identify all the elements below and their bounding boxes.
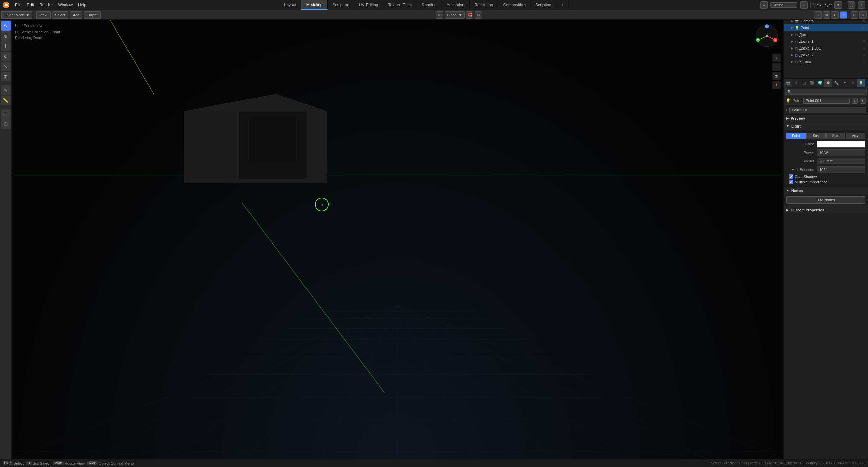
walk-nav-btn[interactable]: 🚶 [772, 81, 781, 89]
info-btn[interactable]: i [858, 1, 865, 9]
tab-add[interactable]: + [556, 0, 569, 10]
cast-shadow-checkbox[interactable] [789, 174, 793, 179]
transform-space-dropdown[interactable]: Global ▼ [445, 11, 465, 19]
outliner-item-doska2[interactable]: ▶ ◻ Доска_2 ▽ [784, 52, 868, 58]
tab-texture-paint[interactable]: Texture Paint [383, 0, 417, 10]
object-menu-btn[interactable]: Object [84, 11, 101, 19]
doska1-001-visibility[interactable]: ▽ [863, 46, 865, 50]
fullscreen-btn[interactable]: ⛶ [848, 1, 855, 9]
overlay-btn[interactable]: ⊞ [851, 11, 858, 19]
multiple-importance-checkbox[interactable] [789, 180, 793, 184]
tool-extrude[interactable]: ⬡ [1, 119, 11, 129]
light-type-point[interactable]: Point [786, 133, 806, 139]
options-btn[interactable]: ⚙ [760, 1, 768, 9]
tab-sculpting[interactable]: Sculpting [328, 0, 354, 10]
props-tab-world[interactable]: 🌍 [816, 79, 824, 87]
krysha-visibility[interactable]: ▽ [863, 60, 865, 64]
tool-measure[interactable]: 📏 [1, 96, 11, 105]
object-name-field[interactable]: Point.001 [789, 107, 866, 113]
outliner-item-dom[interactable]: ▶ ◻ Дом [784, 31, 868, 38]
custom-properties-header[interactable]: ▶ Custom Properties [784, 206, 868, 214]
properties-panel: 📷 🖨 ◫ 🎬 🌍 ⚙ 🔧 ✦ ⚛ 💡 💡 Point Point.001 [784, 79, 868, 467]
props-tab-view[interactable]: ◫ [800, 79, 808, 87]
outliner-item-krysha[interactable]: ▶ ◻ Крыша ▽ [784, 58, 868, 65]
object-mode-dropdown[interactable]: Object Mode ▼ [1, 11, 32, 19]
props-tab-render[interactable]: 📷 [784, 79, 792, 87]
nodes-section-header[interactable]: ▼ Nodes [784, 187, 868, 194]
max-bounces-field[interactable]: 1024 [817, 166, 865, 173]
tab-rendering[interactable]: Rendering [470, 0, 498, 10]
menu-edit[interactable]: Edit [24, 0, 37, 10]
outliner-item-doska1[interactable]: ▶ ◻ Доска_1 ▽ [784, 38, 868, 45]
props-tab-scene[interactable]: 🎬 [808, 79, 816, 87]
gizmo-btn[interactable]: ⊕ [859, 11, 867, 19]
scene-name-field[interactable] [770, 2, 797, 8]
viewport-3d[interactable]: ⊕ User Perspective (1) Scene Collection … [12, 20, 783, 459]
props-tab-data[interactable]: 💡 [857, 79, 865, 87]
tab-shading[interactable]: Shading [417, 0, 442, 10]
snap-btn[interactable]: 🧲 [466, 11, 473, 19]
light-type-spot[interactable]: Spot [826, 133, 846, 139]
tab-animation[interactable]: Animation [442, 0, 470, 10]
preview-section-header[interactable]: ▶ Preview [784, 115, 868, 122]
properties-search-input[interactable] [785, 89, 867, 95]
menu-help[interactable]: Help [75, 0, 89, 10]
point-visibility[interactable]: 👁 [862, 26, 865, 30]
tool-cursor[interactable]: ⊕ [1, 31, 11, 41]
zoom-in-btn[interactable]: + [772, 54, 781, 62]
menu-file[interactable]: File [12, 0, 24, 10]
tab-scripting[interactable]: Scripting [531, 0, 556, 10]
viewport-shading-2[interactable]: ◑ [823, 11, 830, 19]
tool-transform[interactable]: ⊞ [1, 72, 11, 81]
light-type-icon: 💡 [786, 98, 791, 103]
transform-pivot-btn[interactable]: ⊕ [436, 11, 443, 19]
outliner-item-doska1-001[interactable]: ▶ ◻ Доска_1.001 ▽ [784, 45, 868, 52]
use-nodes-button[interactable]: Use Nodes [786, 196, 865, 204]
light-section-header[interactable]: ▼ Light [784, 122, 868, 130]
light-name-field[interactable]: Point.001 [803, 98, 850, 104]
props-tab-object[interactable]: ⚙ [824, 79, 832, 87]
doska1-visibility[interactable]: ▽ [863, 40, 865, 43]
menu-render[interactable]: Render [37, 0, 55, 10]
light-user-count[interactable]: 1 [852, 98, 858, 104]
radius-field[interactable]: 250 mm [817, 158, 865, 164]
light-type-sun[interactable]: Sun [806, 133, 826, 139]
outliner-item-point[interactable]: ▶ 💡 Point 👁 [784, 24, 868, 31]
tool-annotate[interactable]: ✎ [1, 85, 11, 95]
props-tab-modifier[interactable]: 🔧 [832, 79, 841, 87]
light-type-area[interactable]: Area [846, 133, 865, 139]
viewport-shading-3[interactable]: ● [831, 11, 839, 19]
props-tab-output[interactable]: 🖨 [792, 79, 800, 87]
tool-rotate[interactable]: ↻ [1, 52, 11, 61]
camera-view-btn[interactable]: 📷 [772, 72, 781, 80]
view-layer-label: View Layer [813, 3, 832, 7]
tab-modeling[interactable]: Modeling [301, 0, 328, 10]
viewport-shading-4[interactable]: ☀ [840, 11, 847, 19]
tool-select[interactable]: ↖ [1, 21, 11, 31]
light-fake-user[interactable]: F [860, 98, 866, 104]
scene-add-btn[interactable]: + [800, 1, 808, 9]
tab-layout[interactable]: Layout [279, 0, 301, 10]
proportional-edit-btn[interactable]: ◎ [475, 11, 482, 19]
light-object-row: 💡 Point Point.001 1 F [784, 96, 868, 105]
camera-visibility[interactable]: 👁 [862, 19, 865, 23]
tab-compositing[interactable]: Compositing [498, 0, 531, 10]
select-menu-btn[interactable]: Select [52, 11, 68, 19]
tool-move[interactable]: ✛ [1, 41, 11, 51]
props-tab-physics[interactable]: ⚛ [849, 79, 857, 87]
tool-add-cube[interactable]: ◻ [1, 109, 11, 119]
props-tab-particles[interactable]: ✦ [841, 79, 849, 87]
properties-search-bar [784, 87, 868, 96]
view-layer-options[interactable]: ▼ [834, 1, 842, 9]
zoom-out-btn[interactable]: − [772, 63, 781, 71]
tab-uv-editing[interactable]: UV Editing [354, 0, 383, 10]
power-field[interactable]: 10 W [817, 149, 865, 156]
navigation-gizmo[interactable]: Z X Y [753, 22, 781, 50]
viewport-shading-1[interactable]: ◻ [814, 11, 822, 19]
view-menu-btn[interactable]: View [36, 11, 51, 19]
doska2-visibility[interactable]: ▽ [863, 53, 865, 57]
add-menu-btn[interactable]: Add [70, 11, 83, 19]
color-swatch[interactable] [817, 141, 865, 148]
tool-scale[interactable]: ⤡ [1, 62, 11, 71]
menu-window[interactable]: Window [55, 0, 75, 10]
